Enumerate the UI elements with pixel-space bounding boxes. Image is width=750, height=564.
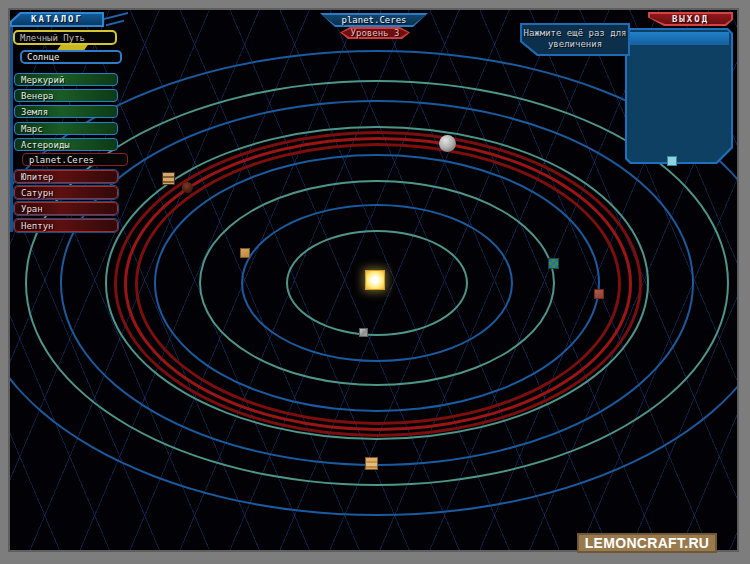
catalog-trace-top — [104, 12, 128, 20]
body-info-panel-background — [627, 30, 731, 162]
planet-jupiter-icon[interactable] — [162, 172, 175, 185]
planet-uranus-icon[interactable] — [667, 156, 677, 166]
tier-badge-label: Уровень 3 — [340, 27, 410, 39]
catalog-item-earth[interactable]: Земля — [14, 105, 118, 118]
panel-header-bar — [629, 32, 729, 45]
sun-icon[interactable] — [365, 270, 385, 290]
planet-mercury-icon[interactable] — [359, 328, 368, 337]
asteroid-body-icon[interactable] — [182, 182, 193, 193]
catalog-rail — [10, 26, 13, 232]
catalog-title: КАТАЛОГ — [10, 12, 104, 27]
catalog-item-milky-way[interactable]: Млечный Путь — [13, 30, 117, 45]
planet-earth-icon[interactable] — [548, 258, 559, 269]
catalog-item-neptune[interactable]: Нептун — [14, 219, 118, 232]
tier-badge: Уровень 3 — [340, 27, 410, 39]
planet-venus-icon[interactable] — [240, 248, 250, 258]
catalog-item-sun[interactable]: Солнце — [20, 50, 122, 64]
planet-saturn-icon[interactable] — [365, 457, 378, 470]
site-watermark: LEMONCRAFT.RU — [577, 533, 717, 553]
exit-button[interactable]: ВЫХОД — [648, 12, 733, 26]
catalog-header: КАТАЛОГ — [10, 12, 104, 27]
selected-body-name: planet.Ceres — [320, 13, 428, 27]
exit-button-label: ВЫХОД — [648, 12, 733, 26]
catalog-item-ceres[interactable]: planet.Ceres — [22, 153, 128, 166]
body-info-panel — [625, 28, 733, 164]
planet-mars-icon[interactable] — [594, 289, 604, 299]
catalog-trace-bottom — [106, 20, 124, 26]
planet-ceres-icon[interactable] — [439, 135, 456, 152]
celestial-map[interactable]: КАТАЛОГ Млечный Путь Солнце Меркурий Вен… — [10, 10, 737, 550]
zoom-hint-tooltip: Нажмите ещё раз для увеличения — [520, 23, 630, 56]
catalog-item-asteroids[interactable]: Астероиды — [14, 138, 118, 151]
catalog-item-jupiter[interactable]: Юпитер — [14, 170, 118, 183]
zoom-hint-line2: увеличения — [520, 39, 630, 50]
catalog-item-mercury[interactable]: Меркурий — [14, 73, 118, 86]
zoom-hint-line1: Нажмите ещё раз для — [520, 28, 630, 39]
catalog-item-uranus[interactable]: Уран — [14, 202, 118, 215]
selected-body-banner: planet.Ceres — [320, 13, 428, 27]
catalog-item-venus[interactable]: Венера — [14, 89, 118, 102]
catalog-item-saturn[interactable]: Сатурн — [14, 186, 118, 199]
catalog-item-mars[interactable]: Марс — [14, 122, 118, 135]
